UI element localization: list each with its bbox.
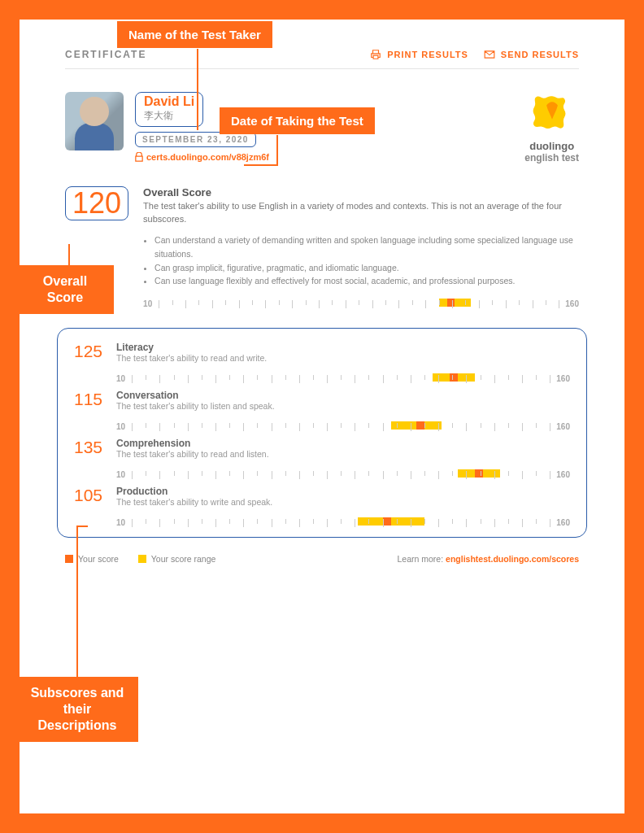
- lock-icon: [135, 152, 143, 162]
- subscore-row: 115 Conversation The test taker's abilit…: [74, 390, 570, 431]
- scale-ticks: [132, 423, 550, 431]
- scale-ticks: [132, 471, 550, 479]
- callout-subscores: Subscores and their Descriptions: [16, 677, 138, 742]
- legend-label: Your score range: [151, 554, 216, 564]
- connector: [68, 244, 70, 267]
- test-taker-name: David Li: [144, 94, 194, 109]
- callout-date: Date of Taking the Test: [220, 107, 375, 134]
- avatar: [65, 92, 124, 150]
- test-taker-native-name: 李大衛: [144, 109, 194, 123]
- connector: [197, 49, 198, 130]
- brand-sub: english test: [524, 152, 579, 164]
- overall-desc: Overall Score The test taker's ability t…: [143, 186, 579, 308]
- legend-label: Your score: [78, 554, 119, 564]
- scale-ticks: [159, 300, 559, 308]
- subscore-text: The test taker's ability to read and lis…: [116, 449, 570, 459]
- bullet: Can use language flexibly and effectivel…: [154, 274, 579, 288]
- bullet: Can understand a variety of demanding wr…: [154, 233, 579, 261]
- connector: [244, 164, 278, 166]
- connector: [76, 526, 78, 678]
- subscore-desc: Comprehension The test taker's ability t…: [116, 438, 570, 479]
- header-actions: PRINT RESULTS SEND RESULTS: [369, 49, 579, 60]
- scale-ticks: [132, 519, 550, 527]
- connector: [76, 526, 88, 527]
- header: CERTIFICATE PRINT RESULTS SEND RESULTS: [65, 49, 579, 69]
- print-button[interactable]: PRINT RESULTS: [369, 49, 468, 60]
- learn-more-link[interactable]: englishtest.duolingo.com/scores: [446, 554, 579, 564]
- overall-bullets: Can understand a variety of demanding wr…: [143, 233, 579, 288]
- subscore-text: The test taker's ability to read and wri…: [116, 353, 570, 363]
- legend-swatch-range: [138, 555, 146, 563]
- send-button[interactable]: SEND RESULTS: [483, 49, 579, 60]
- overall-subtitle: The test taker's ability to use English …: [143, 200, 579, 225]
- connector: [276, 135, 278, 166]
- overall-score: 120: [65, 186, 128, 220]
- name-highlight: David Li 李大衛: [135, 92, 203, 127]
- subscore-scale: 10 160: [116, 374, 570, 383]
- certificate-page: Name of the Test Taker Date of Taking th…: [20, 20, 624, 813]
- subscore-title: Production: [116, 486, 570, 497]
- subscore-row: 135 Comprehension The test taker's abili…: [74, 438, 570, 479]
- printer-icon: [369, 49, 382, 60]
- page-title: CERTIFICATE: [65, 49, 146, 60]
- mail-icon: [483, 49, 496, 60]
- subscore-row: 105 Production The test taker's ability …: [74, 486, 570, 527]
- subscore-value: 125: [74, 342, 110, 361]
- duolingo-icon: [531, 92, 573, 134]
- callout-name: Name of the Test Taker: [117, 21, 272, 48]
- overall-section: 120 Overall Score The test taker's abili…: [65, 186, 579, 308]
- subscore-row: 125 Literacy The test taker's ability to…: [74, 342, 570, 383]
- subscore-scale: 10 160: [116, 422, 570, 431]
- subscore-title: Conversation: [116, 390, 570, 401]
- subscore-text: The test taker's ability to listen and s…: [116, 401, 570, 411]
- subscore-scale: 10 160: [116, 470, 570, 479]
- learn-more: Learn more: englishtest.duolingo.com/sco…: [398, 554, 579, 564]
- brand-name: duolingo: [524, 141, 579, 152]
- subscore-desc: Production The test taker's ability to w…: [116, 486, 570, 527]
- subscore-title: Literacy: [116, 342, 570, 353]
- subscore-value: 135: [74, 438, 110, 457]
- callout-overall: Overall Score: [16, 265, 114, 314]
- overall-scale: 10 160: [143, 299, 579, 308]
- subscore-text: The test taker's ability to write and sp…: [116, 497, 570, 507]
- brand-logo: duolingo english test: [524, 92, 579, 164]
- bullet: Can grasp implicit, figurative, pragmati…: [154, 261, 579, 275]
- scale-ticks: [132, 375, 550, 383]
- subscores-section: 125 Literacy The test taker's ability to…: [57, 328, 587, 538]
- cert-url-link[interactable]: certs.duolingo.com/v88jzm6f: [135, 152, 269, 162]
- subscore-desc: Literacy The test taker's ability to rea…: [116, 342, 570, 383]
- legend-swatch-score: [65, 555, 73, 563]
- overall-title: Overall Score: [143, 186, 579, 198]
- subscore-value: 105: [74, 486, 110, 505]
- subscore-scale: 10 160: [116, 518, 570, 527]
- subscore-value: 115: [74, 390, 110, 409]
- subscore-desc: Conversation The test taker's ability to…: [116, 390, 570, 431]
- legend: Your score Your score range Learn more: …: [65, 554, 579, 564]
- subscore-title: Comprehension: [116, 438, 570, 449]
